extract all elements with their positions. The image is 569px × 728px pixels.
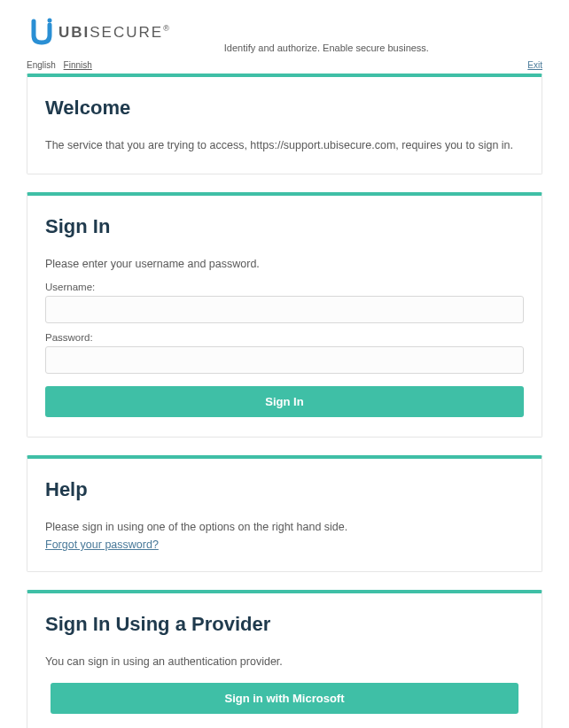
- help-body: Please sign in using one of the options …: [45, 519, 524, 536]
- password-input[interactable]: [45, 346, 524, 374]
- header: UBISECURE® Identify and authorize. Enabl…: [27, 18, 542, 53]
- welcome-body: The service that you are trying to acces…: [45, 137, 524, 154]
- welcome-card: Welcome The service that you are trying …: [27, 74, 542, 174]
- svg-point-0: [48, 19, 52, 23]
- tagline: Identify and authorize. Enable secure bu…: [224, 43, 429, 53]
- logo: UBISECURE®: [27, 18, 171, 48]
- lang-finnish[interactable]: Finnish: [64, 60, 92, 70]
- topbar: English Finnish Exit: [27, 60, 542, 70]
- username-label: Username:: [45, 282, 524, 292]
- exit-link[interactable]: Exit: [527, 60, 542, 70]
- provider-body: You can sign in using an authentication …: [45, 654, 524, 670]
- ubisecure-logo-icon: [27, 18, 57, 48]
- help-card: Help Please sign in using one of the opt…: [27, 455, 542, 573]
- provider-title: Sign In Using a Provider: [45, 613, 524, 636]
- signin-instruction: Please enter your username and password.: [45, 256, 524, 273]
- welcome-title: Welcome: [45, 97, 524, 120]
- signin-title: Sign In: [45, 215, 524, 238]
- username-input[interactable]: [45, 296, 524, 323]
- lang-english[interactable]: English: [27, 60, 56, 70]
- signin-card: Sign In Please enter your username and p…: [27, 192, 542, 438]
- forgot-password-link[interactable]: Forgot your password?: [45, 538, 159, 551]
- logo-text: UBISECURE®: [58, 24, 171, 42]
- help-title: Help: [45, 478, 524, 501]
- password-label: Password:: [45, 332, 524, 343]
- provider-card: Sign In Using a Provider You can sign in…: [27, 590, 542, 728]
- language-switcher: English Finnish: [27, 60, 97, 70]
- signin-button[interactable]: Sign In: [45, 386, 524, 417]
- signin-microsoft-button[interactable]: Sign in with Microsoft: [51, 683, 518, 714]
